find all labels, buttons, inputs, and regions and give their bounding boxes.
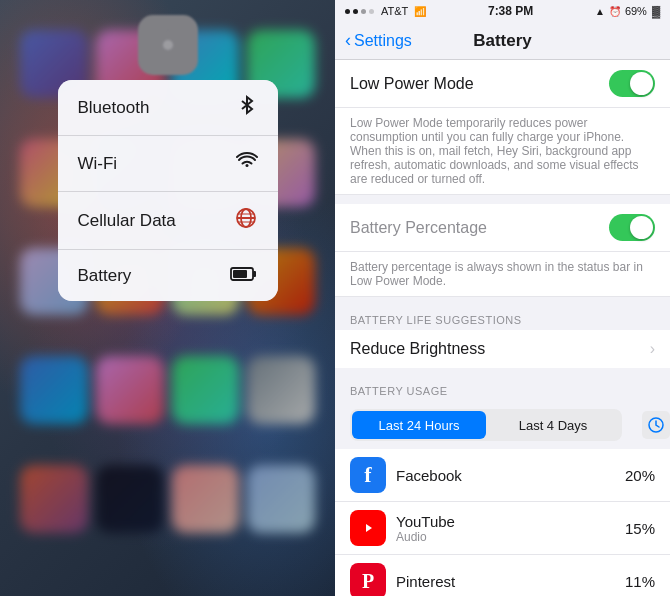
gap-1: [335, 196, 670, 204]
battery-status: 69% ▓: [625, 5, 660, 17]
low-power-section: Low Power Mode Low Power Mode temporaril…: [335, 60, 670, 195]
facebook-row[interactable]: f Facebook 20%: [335, 449, 670, 502]
app-list: f Facebook 20% YouTube Audio: [335, 449, 670, 596]
reduce-brightness-section: Reduce Brightness ›: [335, 330, 670, 368]
bg-icon: [20, 465, 88, 533]
facebook-info: Facebook: [396, 467, 625, 484]
battery-menu-item[interactable]: Battery: [58, 250, 278, 301]
tab-4d[interactable]: Last 4 Days: [486, 411, 620, 439]
youtube-icon: [350, 510, 386, 546]
reduce-brightness-label: Reduce Brightness: [350, 340, 650, 358]
facebook-percent: 20%: [625, 467, 655, 484]
back-button[interactable]: ‹ Settings: [345, 30, 412, 51]
tab-24h[interactable]: Last 24 Hours: [352, 411, 486, 439]
status-bar: AT&T 📶 7:38 PM ▲ ⏰ 69% ▓: [335, 0, 670, 22]
usage-header: BATTERY USAGE: [335, 377, 670, 401]
pinterest-icon-char: P: [362, 570, 374, 593]
cellular-icon: [234, 206, 258, 235]
status-time: 7:38 PM: [488, 4, 533, 18]
pinterest-percent: 11%: [625, 573, 655, 590]
low-power-description: Low Power Mode temporarily reduces power…: [335, 108, 670, 195]
back-chevron-icon: ‹: [345, 30, 351, 51]
gap-3: [335, 369, 670, 377]
battery-percentage-description: Battery percentage is always shown in th…: [335, 252, 670, 297]
bg-icon: [247, 356, 315, 424]
youtube-row[interactable]: YouTube Audio 15%: [335, 502, 670, 555]
toggle-knob: [630, 72, 653, 95]
pinterest-info: Pinterest: [396, 573, 625, 590]
battery-percent-text: 69%: [625, 5, 647, 17]
facebook-name: Facebook: [396, 467, 625, 484]
settings-content: Low Power Mode Low Power Mode temporaril…: [335, 60, 670, 596]
cellular-label: Cellular Data: [78, 211, 176, 231]
suggestions-section: BATTERY LIFE SUGGESTIONS Reduce Brightne…: [335, 306, 670, 368]
bluetooth-label: Bluetooth: [78, 98, 150, 118]
bg-icon: [247, 465, 315, 533]
cellular-menu-item[interactable]: Cellular Data: [58, 192, 278, 250]
bg-icon: [96, 356, 164, 424]
pinterest-row[interactable]: P Pinterest 11%: [335, 555, 670, 596]
battery-percentage-toggle[interactable]: [609, 214, 655, 241]
carrier-name: AT&T: [381, 5, 408, 17]
bluetooth-menu-item[interactable]: Bluetooth: [58, 80, 278, 136]
settings-gear-icon: [138, 15, 198, 75]
clock-icon[interactable]: [642, 411, 670, 439]
signal-dot-2: [353, 9, 358, 14]
usage-tabs: Last 24 Hours Last 4 Days: [350, 409, 622, 441]
youtube-name: YouTube: [396, 513, 625, 530]
right-panel: AT&T 📶 7:38 PM ▲ ⏰ 69% ▓ ‹ Settings Batt…: [335, 0, 670, 596]
battery-label: Battery: [78, 266, 132, 286]
chevron-icon: ›: [650, 340, 655, 358]
alarm-icon: ⏰: [609, 6, 621, 17]
left-panel: Bluetooth Wi-Fi Cellular Data: [0, 0, 335, 596]
wifi-icon: [236, 150, 258, 177]
facebook-icon-char: f: [364, 462, 371, 488]
location-icon: ▲: [595, 6, 605, 17]
svg-rect-4: [233, 270, 247, 278]
wifi-status-icon: 📶: [414, 6, 426, 17]
quick-settings-menu: Bluetooth Wi-Fi Cellular Data: [58, 80, 278, 301]
pinterest-icon: P: [350, 563, 386, 596]
battery-percentage-row: Battery Percentage: [335, 204, 670, 252]
wifi-label: Wi-Fi: [78, 154, 118, 174]
reduce-brightness-row[interactable]: Reduce Brightness ›: [335, 330, 670, 368]
page-title: Battery: [473, 31, 532, 51]
battery-percentage-label: Battery Percentage: [350, 219, 609, 237]
gap-2: [335, 298, 670, 306]
toggle-knob-2: [630, 216, 653, 239]
svg-rect-3: [253, 271, 256, 277]
signal-dot-4: [369, 9, 374, 14]
bg-icon: [172, 356, 240, 424]
bluetooth-icon: [236, 94, 258, 121]
signal-dot-1: [345, 9, 350, 14]
signal-dot-3: [361, 9, 366, 14]
low-power-toggle[interactable]: [609, 70, 655, 97]
wifi-menu-item[interactable]: Wi-Fi: [58, 136, 278, 192]
bg-icon: [172, 465, 240, 533]
youtube-info: YouTube Audio: [396, 513, 625, 544]
pinterest-name: Pinterest: [396, 573, 625, 590]
facebook-icon: f: [350, 457, 386, 493]
low-power-label: Low Power Mode: [350, 75, 609, 93]
low-power-row: Low Power Mode: [335, 60, 670, 108]
back-label: Settings: [354, 32, 412, 50]
youtube-sub: Audio: [396, 530, 625, 544]
battery-icon: [230, 264, 258, 287]
usage-section: BATTERY USAGE Last 24 Hours Last 4 Days: [335, 377, 670, 596]
battery-percentage-section: Battery Percentage Battery percentage is…: [335, 204, 670, 297]
suggestions-header: BATTERY LIFE SUGGESTIONS: [335, 306, 670, 330]
status-right: ▲ ⏰ 69% ▓: [595, 5, 660, 17]
battery-bar: ▓: [652, 5, 660, 17]
youtube-percent: 15%: [625, 520, 655, 537]
bg-icon: [20, 356, 88, 424]
bg-icon: [96, 465, 164, 533]
nav-bar: ‹ Settings Battery: [335, 22, 670, 60]
status-left: AT&T 📶: [345, 5, 426, 17]
